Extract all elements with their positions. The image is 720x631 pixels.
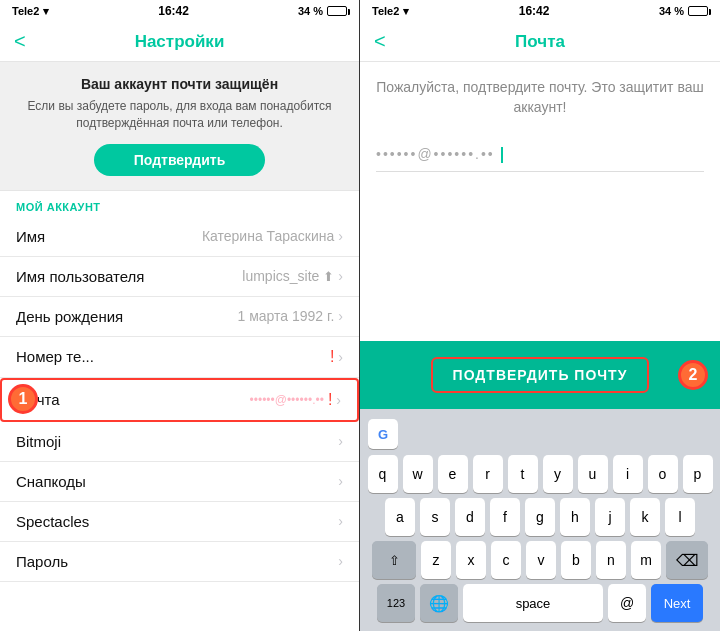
text-cursor (501, 147, 503, 163)
key-num[interactable]: 123 (377, 584, 415, 622)
confirm-email-button[interactable]: ПОДТВЕРДИТЬ ПОЧТУ (431, 357, 650, 393)
google-key[interactable]: G (368, 419, 398, 449)
key-shift[interactable]: ⇧ (372, 541, 416, 579)
settings-item-username[interactable]: Имя пользователя lumpics_site ⬆ › (0, 257, 359, 297)
key-i[interactable]: i (613, 455, 643, 493)
key-g[interactable]: g (525, 498, 555, 536)
keyboard-row-4: 123 🌐 space @ Next (364, 584, 716, 622)
promo-banner: Ваш аккаунт почти защищён Если вы забуде… (0, 62, 359, 191)
key-f[interactable]: f (490, 498, 520, 536)
key-emoji[interactable]: 🌐 (420, 584, 458, 622)
chevron-spectacles: › (338, 513, 343, 529)
key-b[interactable]: b (561, 541, 591, 579)
google-icon: G (378, 427, 388, 442)
key-a[interactable]: a (385, 498, 415, 536)
key-delete[interactable]: ⌫ (666, 541, 708, 579)
item-value-bitmoji: › (338, 433, 343, 449)
item-value-snapcodes: › (338, 473, 343, 489)
key-u[interactable]: u (578, 455, 608, 493)
settings-item-email[interactable]: Почта ••••••@••••••.•• ! › 1 (0, 378, 359, 422)
key-r[interactable]: r (473, 455, 503, 493)
key-next[interactable]: Next (651, 584, 703, 622)
promo-title: Ваш аккаунт почти защищён (20, 76, 339, 92)
key-space[interactable]: space (463, 584, 603, 622)
time-left: 16:42 (158, 4, 189, 18)
left-back-button[interactable]: < (14, 30, 26, 53)
chevron-email: › (336, 392, 341, 408)
time-right: 16:42 (519, 4, 550, 18)
key-c[interactable]: c (491, 541, 521, 579)
key-e[interactable]: e (438, 455, 468, 493)
key-m[interactable]: m (631, 541, 661, 579)
item-label-password: Пароль (16, 553, 68, 570)
settings-item-name[interactable]: Имя Катерина Тараскина › (0, 217, 359, 257)
email-input-value: ••••••@••••••.•• (376, 146, 495, 162)
key-at[interactable]: @ (608, 584, 646, 622)
settings-item-birthday[interactable]: День рождения 1 марта 1992 г. › (0, 297, 359, 337)
email-value: ••••••@••••••.•• (250, 393, 324, 407)
item-label-username: Имя пользователя (16, 268, 144, 285)
item-value-password: › (338, 553, 343, 569)
chevron-snapcodes: › (338, 473, 343, 489)
right-status-left: Tele2 ▾ (372, 5, 409, 18)
key-z[interactable]: z (421, 541, 451, 579)
right-back-button[interactable]: < (374, 30, 386, 53)
warn-icon-email: ! (328, 391, 332, 409)
right-status-bar: Tele2 ▾ 16:42 34 % (360, 0, 720, 22)
item-label-phone: Номер те... (16, 348, 94, 365)
settings-item-spectacles[interactable]: Spectacles › (0, 502, 359, 542)
carrier-left: Tele2 (12, 5, 39, 17)
key-o[interactable]: o (648, 455, 678, 493)
key-y[interactable]: y (543, 455, 573, 493)
badge-1: 1 (8, 384, 38, 414)
key-p[interactable]: p (683, 455, 713, 493)
birthday-value: 1 марта 1992 г. (238, 308, 335, 324)
battery-text-right: 34 % (659, 5, 684, 17)
wifi-icon-left: ▾ (43, 5, 49, 18)
key-d[interactable]: d (455, 498, 485, 536)
chevron-name: › (338, 228, 343, 244)
share-icon: ⬆ (323, 269, 334, 284)
left-nav-bar: < Настройки (0, 22, 359, 62)
email-input-area[interactable]: ••••••@••••••.•• (376, 137, 704, 172)
key-s[interactable]: s (420, 498, 450, 536)
item-value-email: ••••••@••••••.•• ! › (250, 391, 341, 409)
name-value: Катерина Тараскина (202, 228, 334, 244)
key-n[interactable]: n (596, 541, 626, 579)
item-value-name: Катерина Тараскина › (202, 228, 343, 244)
email-description: Пожалуйста, подтвердите почту. Это защит… (376, 78, 704, 117)
left-status-bar: Tele2 ▾ 16:42 34 % (0, 0, 359, 22)
settings-list: МОЙ АККАУНТ Имя Катерина Тараскина › Имя… (0, 191, 359, 631)
promo-desc: Если вы забудете пароль, для входа вам п… (20, 98, 339, 132)
key-w[interactable]: w (403, 455, 433, 493)
settings-item-bitmoji[interactable]: Bitmoji › (0, 422, 359, 462)
carrier-right: Tele2 (372, 5, 399, 17)
item-value-username: lumpics_site ⬆ › (242, 268, 343, 284)
right-phone: Tele2 ▾ 16:42 34 % < Почта Пожалуйста, п… (360, 0, 720, 631)
item-label-bitmoji: Bitmoji (16, 433, 61, 450)
settings-item-password[interactable]: Пароль › (0, 542, 359, 582)
right-nav-bar: < Почта (360, 22, 720, 62)
key-x[interactable]: x (456, 541, 486, 579)
promo-button[interactable]: Подтвердить (94, 144, 266, 176)
settings-item-snapcodes[interactable]: Снапкоды › (0, 462, 359, 502)
key-t[interactable]: t (508, 455, 538, 493)
keyboard-row-1: q w e r t y u i o p (364, 455, 716, 493)
settings-item-phone[interactable]: Номер те... ! › (0, 337, 359, 378)
key-j[interactable]: j (595, 498, 625, 536)
keyboard-top-row: G (364, 415, 716, 455)
confirm-email-area: ПОДТВЕРДИТЬ ПОЧТУ 2 (360, 341, 720, 409)
item-value-birthday: 1 марта 1992 г. › (238, 308, 344, 324)
chevron-username: › (338, 268, 343, 284)
key-v[interactable]: v (526, 541, 556, 579)
keyboard: G q w e r t y u i o p a s d f g h j k l (360, 409, 720, 631)
key-q[interactable]: q (368, 455, 398, 493)
item-value-spectacles: › (338, 513, 343, 529)
item-label-snapcodes: Снапкоды (16, 473, 86, 490)
right-nav-title: Почта (515, 32, 565, 52)
key-h[interactable]: h (560, 498, 590, 536)
section-label-my-account: МОЙ АККАУНТ (0, 191, 359, 217)
key-k[interactable]: k (630, 498, 660, 536)
key-l[interactable]: l (665, 498, 695, 536)
email-content-area: Пожалуйста, подтвердите почту. Это защит… (360, 62, 720, 341)
